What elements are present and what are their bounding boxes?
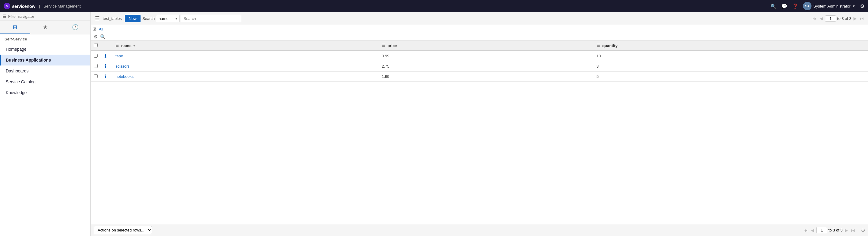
row-quantity-cell: 5 — [594, 71, 868, 82]
search-icon[interactable]: 🔍 — [770, 3, 776, 9]
sidebar-item-business-applications[interactable]: Business Applications — [0, 55, 90, 66]
prev-page-button[interactable]: ◀ — [819, 15, 824, 22]
table-header-icon-row: ⚙ 🔍 — [91, 33, 868, 41]
table-settings-icon[interactable]: ⚙ — [94, 34, 98, 39]
bottom-last-page-button[interactable]: ⏭ — [850, 227, 856, 233]
row-checkbox-cell — [91, 71, 101, 82]
logo-icon: S — [4, 3, 10, 9]
avatar: SA — [803, 2, 811, 10]
sidebar-item-service-catalog[interactable]: Service Catalog — [0, 76, 90, 87]
page-total: to 3 of 3 — [837, 16, 851, 21]
row-name-cell: scissors — [113, 61, 379, 71]
filter-icon: ☰ — [2, 14, 6, 19]
filter-all-link[interactable]: All — [99, 27, 103, 31]
bottom-page-number-input[interactable]: 1 — [816, 227, 827, 233]
row-name-cell: notebooks — [113, 71, 379, 82]
messages-icon[interactable]: 💬 — [781, 3, 787, 9]
row-name-cell: tape — [113, 51, 379, 61]
actions-select[interactable]: Actions on selected rows... — [94, 226, 152, 234]
new-button[interactable]: New — [125, 15, 141, 22]
table-search-icon[interactable]: 🔍 — [100, 34, 106, 39]
row-checkbox[interactable] — [94, 74, 98, 78]
bottom-bar: Actions on selected rows... ⏮ ◀ 1 to 3 o… — [91, 224, 868, 236]
activity-icon[interactable]: ⊙ — [861, 227, 865, 233]
svg-text:S: S — [6, 4, 8, 8]
sidebar-item-self-service[interactable]: Self-Service — [0, 34, 90, 44]
search-field-select-wrap: name price quantity ▼ — [156, 15, 180, 22]
name-col-icon: ☰ — [116, 43, 119, 48]
filter-funnel-icon: ⧖ — [93, 26, 96, 32]
table-body: ℹ tape 0.99 10 ℹ — [91, 51, 868, 82]
row-info-cell: ℹ — [101, 51, 113, 61]
quantity-col-label: quantity — [602, 43, 618, 48]
info-icon[interactable]: ℹ — [104, 64, 106, 69]
sidebar-item-dashboards[interactable]: Dashboards — [0, 66, 90, 76]
first-page-button[interactable]: ⏮ — [811, 15, 817, 22]
name-col-label: name — [121, 43, 131, 48]
info-icon[interactable]: ℹ — [104, 74, 106, 79]
top-nav: S servicenow | Service Management 🔍 💬 ❓ … — [0, 0, 868, 12]
row-name-link[interactable]: scissors — [116, 64, 130, 68]
row-price-cell: 2.75 — [379, 61, 594, 71]
row-name-link[interactable]: tape — [116, 54, 123, 58]
page-number-input[interactable]: 1 — [825, 15, 836, 22]
help-icon[interactable]: ❓ — [792, 3, 798, 9]
gear-icon[interactable]: ⚙ — [860, 3, 864, 9]
bottom-pagination: ⏮ ◀ 1 to 3 of 3 ▶ ⏭ — [803, 227, 856, 233]
user-dropdown-arrow[interactable]: ▼ — [852, 4, 855, 8]
sidebar-tab-favorites[interactable]: ★ — [30, 21, 60, 34]
row-price-cell: 1.99 — [379, 71, 594, 82]
table-filter-row: ⧖ All — [91, 25, 868, 33]
sidebar-tab-history[interactable]: 🕐 — [60, 21, 90, 34]
row-checkbox[interactable] — [94, 64, 98, 68]
toolbar: ☰ test_tables New Search name price quan… — [91, 12, 868, 25]
records-table: ☰ name ▼ ☰ price — [91, 41, 868, 82]
main-layout: ☰ ⊞ ★ 🕐 Self-Service Homepage Business A… — [0, 12, 868, 236]
sidebar-item-homepage[interactable]: Homepage — [0, 44, 90, 55]
sidebar-tab-grid[interactable]: ⊞ — [0, 21, 30, 34]
top-pagination: ⏮ ◀ 1 to 3 of 3 ▶ ⏭ — [811, 15, 865, 22]
table-row: ℹ tape 0.99 10 — [91, 51, 868, 61]
row-price-cell: 0.99 — [379, 51, 594, 61]
table-row: ℹ scissors 2.75 3 — [91, 61, 868, 71]
select-all-checkbox[interactable] — [94, 43, 98, 47]
user-section[interactable]: SA System Administrator ▼ — [803, 2, 855, 10]
bottom-first-page-button[interactable]: ⏮ — [803, 227, 809, 233]
row-info-cell: ℹ — [101, 71, 113, 82]
table-header-row: ☰ name ▼ ☰ price — [91, 41, 868, 51]
row-checkbox[interactable] — [94, 54, 98, 58]
search-input[interactable] — [181, 15, 241, 22]
last-page-button[interactable]: ⏭ — [859, 15, 865, 22]
row-name-link[interactable]: notebooks — [116, 74, 133, 79]
header-checkbox-col — [91, 41, 101, 51]
price-col-icon: ☰ — [382, 43, 385, 48]
header-price-col[interactable]: ☰ price — [379, 41, 594, 51]
user-name: System Administrator — [813, 4, 850, 8]
row-checkbox-cell — [91, 51, 101, 61]
logo: S servicenow — [4, 3, 35, 9]
bottom-next-page-button[interactable]: ▶ — [844, 227, 849, 233]
row-quantity-cell: 10 — [594, 51, 868, 61]
next-page-button[interactable]: ▶ — [852, 15, 858, 22]
sidebar-nav: Self-Service Homepage Business Applicati… — [0, 34, 90, 236]
top-nav-left: S servicenow | Service Management — [4, 3, 81, 9]
hamburger-icon[interactable]: ☰ — [94, 14, 101, 23]
sidebar-item-knowledge[interactable]: Knowledge — [0, 87, 90, 98]
info-icon[interactable]: ℹ — [104, 54, 106, 59]
search-field-select[interactable]: name price quantity — [156, 15, 180, 22]
header-name-col[interactable]: ☰ name ▼ — [113, 41, 379, 51]
sidebar-filter-bar: ☰ — [0, 12, 90, 21]
search-label: Search — [142, 16, 155, 21]
bottom-prev-page-button[interactable]: ◀ — [810, 227, 815, 233]
filter-navigator-input[interactable] — [8, 14, 88, 19]
table-row: ℹ notebooks 1.99 5 — [91, 71, 868, 82]
sidebar-tabs: ⊞ ★ 🕐 — [0, 21, 90, 34]
content-area: ☰ test_tables New Search name price quan… — [91, 12, 868, 236]
sidebar: ☰ ⊞ ★ 🕐 Self-Service Homepage Business A… — [0, 12, 91, 236]
app-title: Service Management — [43, 4, 81, 8]
price-col-label: price — [388, 43, 397, 48]
name-sort-arrow-icon: ▼ — [133, 44, 136, 47]
breadcrumb: test_tables — [103, 16, 122, 21]
row-quantity-cell: 3 — [594, 61, 868, 71]
header-quantity-col[interactable]: ☰ quantity — [594, 41, 868, 51]
